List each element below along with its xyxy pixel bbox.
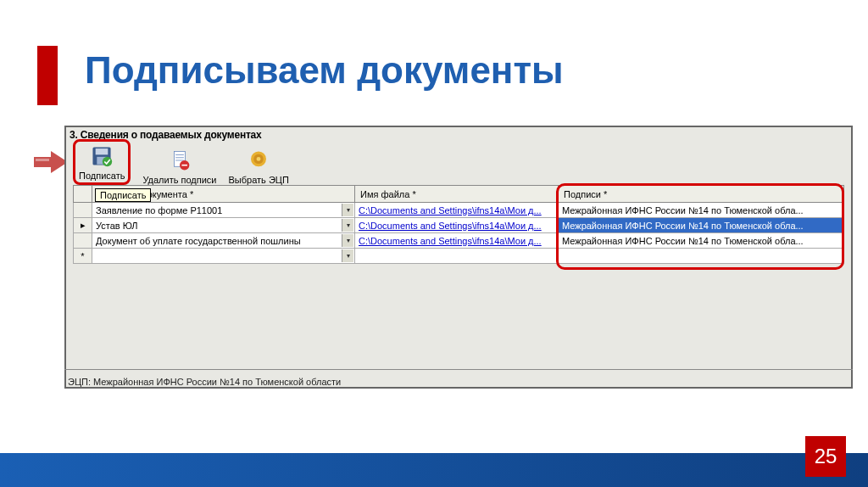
status-bar-text: ЭЦП: Межрайонная ИФНС России №14 по Тюме… (68, 377, 341, 387)
cell-sign-selected[interactable]: Межрайонная ИФНС России №14 по Тюменской… (559, 218, 844, 233)
cell-name[interactable]: Устав ЮЛ▾ (92, 218, 355, 233)
slide-footer-bar (0, 453, 868, 487)
table-row-new[interactable]: * ▾ (74, 249, 844, 264)
table-row[interactable]: ▸ Устав ЮЛ▾ C:\Documents and Settings\if… (74, 218, 844, 233)
file-link[interactable]: C:\Documents and Settings\ifns14a\Мои д.… (359, 205, 542, 216)
file-link[interactable]: C:\Documents and Settings\ifns14a\Мои д.… (359, 236, 542, 246)
select-ecp-label: Выбрать ЭЦП (229, 175, 289, 185)
svg-rect-6 (181, 165, 187, 166)
dropdown-icon[interactable]: ▾ (342, 249, 353, 262)
cell-file[interactable]: C:\Documents and Settings\ifns14a\Мои д.… (355, 203, 559, 218)
cell-name[interactable]: Документ об уплате государственной пошли… (92, 233, 355, 249)
floppy-check-icon (88, 143, 115, 169)
cell-file[interactable] (355, 249, 559, 264)
cell-name[interactable]: ▾ (92, 249, 355, 264)
document-delete-icon (166, 148, 193, 173)
sign-button-label: Подписать (79, 171, 125, 181)
divider (64, 369, 853, 370)
table-row[interactable]: Заявление по форме Р11001▾ C:\Documents … (74, 203, 844, 218)
table-row[interactable]: Документ об уплате государственной пошли… (74, 233, 844, 249)
row-indicator (74, 233, 92, 249)
stamp-icon (245, 148, 272, 173)
cell-sign[interactable]: Межрайонная ИФНС России №14 по Тюменской… (559, 203, 844, 218)
toolbar: Подписать Удалить подписи Выбрать ЭЦП (73, 139, 289, 185)
file-link[interactable]: C:\Documents and Settings\ifns14a\Мои д.… (359, 221, 542, 231)
svg-rect-1 (96, 148, 108, 154)
column-header-file[interactable]: Имя файла * (355, 186, 559, 203)
select-ecp-button[interactable]: Выбрать ЭЦП (229, 148, 289, 185)
dropdown-icon[interactable]: ▾ (342, 219, 353, 232)
row-indicator-header (74, 186, 92, 203)
dropdown-icon[interactable]: ▾ (342, 204, 353, 216)
accent-bar (37, 46, 58, 105)
cell-sign[interactable]: Межрайонная ИФНС России №14 по Тюменской… (559, 233, 844, 249)
callout-arrow (34, 151, 68, 173)
documents-table: Название документа * Имя файла * Подписи… (73, 185, 844, 264)
row-indicator: * (74, 249, 92, 264)
cell-sign[interactable] (559, 249, 844, 264)
dropdown-icon[interactable]: ▾ (342, 234, 353, 247)
delete-signatures-label: Удалить подписи (142, 175, 216, 185)
page-title: Подписываем документы (85, 49, 564, 92)
cell-name[interactable]: Заявление по форме Р11001▾ (92, 203, 355, 218)
cell-file[interactable]: C:\Documents and Settings\ifns14a\Мои д.… (355, 233, 559, 249)
cell-file[interactable]: C:\Documents and Settings\ifns14a\Мои д.… (355, 218, 559, 233)
svg-point-3 (103, 157, 112, 166)
row-indicator: ▸ (74, 218, 92, 233)
row-indicator (74, 203, 92, 218)
page-number: 25 (805, 436, 846, 477)
sign-button[interactable]: Подписать (73, 139, 131, 185)
svg-point-9 (257, 157, 261, 161)
tooltip: Подписать (95, 188, 151, 202)
column-header-sign[interactable]: Подписи * (559, 186, 844, 203)
delete-signatures-button[interactable]: Удалить подписи (142, 148, 216, 185)
